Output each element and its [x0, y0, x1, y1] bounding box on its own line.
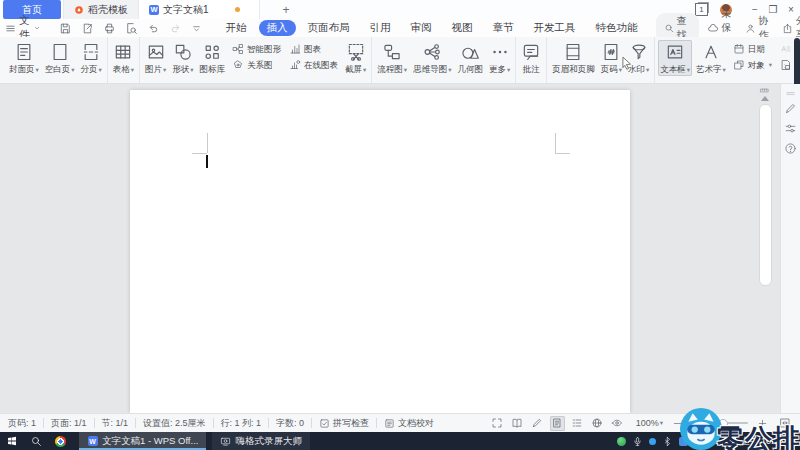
zoom-level-button[interactable]: 100%: [636, 418, 663, 428]
search-icon: [664, 23, 674, 33]
menu-dev-tools[interactable]: 开发工具: [526, 20, 584, 36]
status-dot-icon[interactable]: [649, 438, 656, 445]
menu-review[interactable]: 审阅: [403, 20, 440, 36]
taskbar-task-2[interactable]: 嗨格式录屏大师: [212, 432, 310, 450]
icon-lib-button[interactable]: 图标库: [198, 40, 228, 76]
table-button[interactable]: 表格: [111, 40, 136, 76]
blank-page-label: 空白页: [45, 64, 75, 75]
shapes-icon: [173, 41, 193, 63]
drop-cap-icon: [780, 43, 792, 55]
menu-page-layout[interactable]: 页面布局: [300, 20, 358, 36]
comment-icon: [521, 41, 541, 63]
menu-special-features[interactable]: 特色功能: [588, 20, 646, 36]
menu-view[interactable]: 视图: [444, 20, 481, 36]
share-icon: [782, 23, 793, 34]
page-number-icon: [601, 41, 621, 63]
ribbon-group: 流程图思维导图几何图更多: [371, 37, 515, 83]
date-button[interactable]: 日期: [733, 43, 772, 55]
margin-mark: [555, 153, 570, 154]
status-section[interactable]: 节: 1/1: [102, 417, 129, 430]
mindmap-icon: [422, 41, 442, 63]
header-footer-button[interactable]: 页眉和页脚: [550, 40, 597, 76]
rail-handle-icon[interactable]: [785, 88, 796, 99]
new-tab-button[interactable]: +: [276, 3, 296, 17]
online-chart-label: 在线图表: [304, 59, 338, 71]
screenshot-button[interactable]: 截屏: [343, 40, 368, 76]
print-preview-button[interactable]: [125, 22, 138, 35]
settings-sliders-icon[interactable]: [784, 122, 797, 135]
document-area: [0, 84, 780, 413]
geometry-button[interactable]: 几何图: [455, 40, 485, 76]
taskbar-search-icon[interactable]: [24, 432, 48, 450]
chrome-icon[interactable]: [55, 436, 66, 447]
status-margin-setting[interactable]: 设置值: 2.5厘米: [143, 417, 206, 430]
cover-page-button[interactable]: 封面页: [7, 40, 41, 76]
customize-qat-button[interactable]: [191, 23, 202, 34]
mic-tray-icon[interactable]: [632, 436, 643, 447]
menu-insert[interactable]: 插入: [259, 20, 296, 36]
security-tray-icon[interactable]: [617, 437, 626, 446]
chart-icon: [289, 43, 301, 55]
status-row-col[interactable]: 行: 1 列: 1: [221, 417, 262, 430]
chart-button[interactable]: 图表: [289, 43, 338, 55]
chevron-down-icon: [33, 24, 41, 32]
relation-button[interactable]: 关系图: [232, 59, 281, 71]
more-dots-icon: [490, 41, 510, 63]
mindmap-button[interactable]: 思维导图: [411, 40, 453, 76]
vertical-scrollbar[interactable]: [759, 104, 772, 286]
read-mode-button[interactable]: [510, 416, 525, 431]
menu-section[interactable]: 章节: [485, 20, 522, 36]
table-label: 表格: [113, 64, 134, 75]
edit-pen-icon[interactable]: [784, 102, 797, 115]
undo-button[interactable]: [147, 22, 160, 35]
quick-access-toolbar: [55, 22, 206, 35]
picture-button[interactable]: 图片: [143, 40, 168, 76]
wordart-button[interactable]: 艺术字: [694, 40, 728, 76]
textbox-button[interactable]: 文本框: [658, 40, 692, 76]
tab-docer-templates[interactable]: 稻壳模板: [63, 0, 139, 19]
outline-view-button[interactable]: [570, 416, 585, 431]
web-view-button[interactable]: [590, 416, 605, 431]
start-button[interactable]: [0, 432, 24, 450]
page-break-button[interactable]: 分页: [79, 40, 104, 76]
wordart-icon: [701, 41, 721, 63]
ruler-toggle-icon[interactable]: [759, 85, 770, 96]
textbox-label: 文本框: [660, 64, 690, 75]
fullscreen-view-button[interactable]: [490, 416, 505, 431]
icon-lib-icon: [202, 41, 222, 63]
smart-graphic-button[interactable]: 智能图形: [232, 43, 281, 55]
taskbar-task-1[interactable]: W文字文稿1 - WPS Off...: [79, 432, 206, 450]
redo-button[interactable]: [169, 22, 182, 35]
collapsed-pane-scrollbar[interactable]: [794, 38, 800, 90]
tab-document[interactable]: W 文字文稿1: [139, 0, 260, 19]
scroll-up-arrow[interactable]: [761, 96, 769, 101]
export-button[interactable]: [81, 22, 94, 35]
online-chart-button[interactable]: 在线图表: [289, 59, 338, 71]
unsaved-dot-icon: [235, 7, 240, 12]
chevron-right-icon[interactable]: [781, 62, 789, 70]
blank-page-button[interactable]: 空白页: [43, 40, 77, 76]
object-button[interactable]: 对象: [733, 59, 772, 71]
chart-label: 图表: [304, 43, 321, 55]
flowchart-button[interactable]: 流程图: [375, 40, 409, 76]
bluetooth-icon[interactable]: [662, 436, 673, 447]
print-button[interactable]: [103, 22, 116, 35]
status-page-number[interactable]: 页码: 1: [8, 417, 36, 430]
ink-mode-button[interactable]: [530, 416, 545, 431]
right-tool-rail: [780, 84, 800, 413]
relation-icon: [232, 59, 244, 71]
status-word-count[interactable]: 字数: 0: [276, 417, 304, 430]
help-icon[interactable]: [784, 142, 797, 155]
menu-start[interactable]: 开始: [218, 20, 255, 36]
spellcheck-button[interactable]: 拼写检查: [319, 417, 369, 430]
menu-references[interactable]: 引用: [362, 20, 399, 36]
status-page-count[interactable]: 页面: 1/1: [51, 417, 87, 430]
shapes-button[interactable]: 形状: [170, 40, 195, 76]
eye-protect-button[interactable]: [610, 416, 625, 431]
more-dots-button[interactable]: 更多: [487, 40, 512, 76]
page-layout-view-button[interactable]: [550, 416, 565, 431]
save-button[interactable]: [59, 22, 72, 35]
comment-button[interactable]: 批注: [519, 40, 543, 76]
watermark-text: 零公排: [717, 421, 800, 450]
proofread-button[interactable]: 文档校对: [384, 417, 434, 430]
